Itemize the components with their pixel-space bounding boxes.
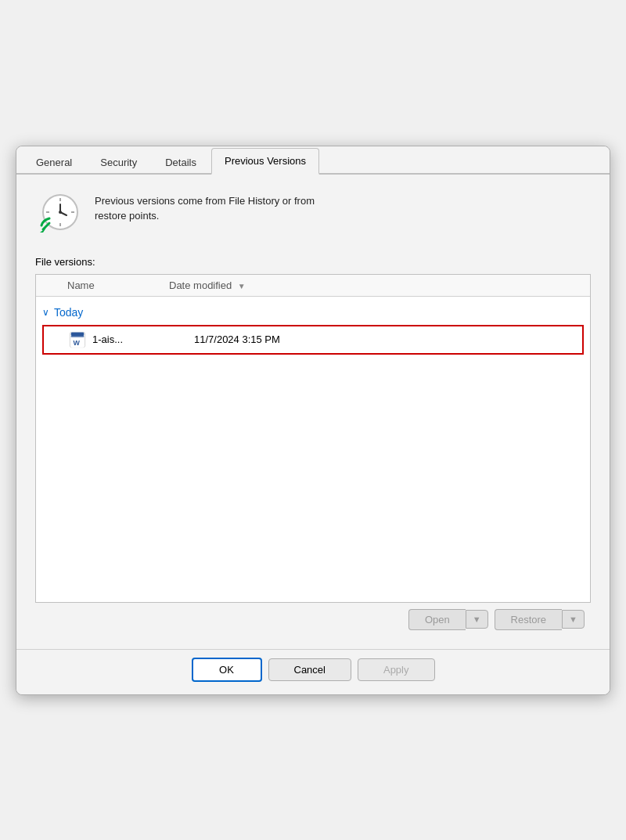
tab-security[interactable]: Security <box>87 150 150 175</box>
col-header-date: Date modified ▼ <box>169 279 590 291</box>
clock-icon <box>35 190 82 237</box>
file-date: 11/7/2024 3:15 PM <box>194 333 280 345</box>
versions-body: ∨ Today W <box>36 297 590 602</box>
group-label: Today <box>54 306 83 319</box>
tab-details[interactable]: Details <box>152 150 210 175</box>
svg-rect-13 <box>71 336 85 337</box>
svg-rect-11 <box>71 332 85 336</box>
restore-dropdown-button[interactable]: ▼ <box>562 610 585 629</box>
restore-button[interactable]: Restore <box>495 609 563 630</box>
tab-bar: General Security Details Previous Versio… <box>16 146 610 175</box>
restore-btn-group: Restore ▼ <box>495 609 585 630</box>
tab-previous-versions[interactable]: Previous Versions <box>211 148 319 175</box>
properties-dialog: General Security Details Previous Versio… <box>16 146 610 695</box>
info-text: Previous versions come from File History… <box>95 190 315 224</box>
dialog-actions: OK Cancel Apply <box>16 649 610 694</box>
ok-button[interactable]: OK <box>192 658 262 682</box>
table-row[interactable]: W 1-ais... 11/7/2024 3:15 PM <box>42 325 584 355</box>
open-btn-group: Open ▼ <box>408 609 488 630</box>
open-dropdown-button[interactable]: ▼ <box>466 610 488 629</box>
open-button[interactable]: Open <box>408 609 466 630</box>
tab-general[interactable]: General <box>23 150 85 175</box>
svg-text:W: W <box>74 338 81 346</box>
tab-content: Previous versions come from File History… <box>16 175 610 649</box>
col-header-name: Name <box>36 279 169 291</box>
apply-button[interactable]: Apply <box>358 658 435 681</box>
sort-arrow-icon: ▼ <box>238 282 246 290</box>
word-file-icon: W <box>69 331 86 348</box>
cancel-button[interactable]: Cancel <box>268 658 351 681</box>
file-name: 1-ais... <box>92 333 194 345</box>
versions-table-header: Name Date modified ▼ <box>36 275 590 297</box>
group-today[interactable]: ∨ Today <box>36 303 590 322</box>
action-buttons: Open ▼ Restore ▼ <box>35 603 591 633</box>
file-versions-label: File versions: <box>35 256 591 268</box>
info-section: Previous versions come from File History… <box>35 190 591 237</box>
file-versions-box: Name Date modified ▼ ∨ Today <box>35 274 591 603</box>
chevron-down-icon: ∨ <box>42 307 49 318</box>
svg-point-7 <box>59 211 62 214</box>
